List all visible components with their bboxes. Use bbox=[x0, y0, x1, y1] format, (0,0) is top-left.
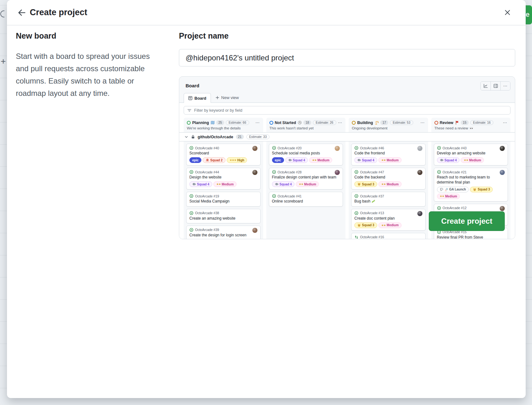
tab-board-label: Board bbox=[194, 96, 206, 101]
board-card[interactable]: OctoArcade #38Create an amazing website bbox=[186, 209, 261, 223]
issue-open-icon bbox=[189, 170, 193, 174]
template-info-panel: New board Start with a board to spread y… bbox=[16, 31, 162, 99]
milestone-icon bbox=[440, 188, 444, 191]
crane-emoji bbox=[375, 121, 379, 125]
board-card[interactable]: OctoArcade #13Create doc content planSqu… bbox=[351, 209, 426, 231]
card-ref: OctoArcade #13 bbox=[360, 211, 384, 215]
issue-open-icon bbox=[437, 206, 441, 210]
label-epic: epic bbox=[189, 157, 201, 163]
avatar bbox=[252, 228, 257, 233]
project-name-input[interactable] bbox=[179, 49, 515, 66]
group-header[interactable]: github/OctoArcade 21 Estimate: 33 bbox=[179, 132, 515, 141]
card-title: Social Media Campaign bbox=[189, 199, 257, 204]
eyes-emoji bbox=[469, 126, 473, 130]
avatar bbox=[335, 170, 340, 175]
cat-emoji bbox=[357, 223, 361, 227]
card-ref: OctoArcade #28 bbox=[278, 170, 302, 174]
issue-open-icon bbox=[354, 146, 358, 150]
card-ref: OctoArcade #46 bbox=[360, 146, 384, 150]
back-arrow-icon bbox=[18, 9, 26, 17]
stars-icon: ★★ bbox=[216, 183, 221, 186]
board-card[interactable]: OctoArcade #47Code the backendSquad 3★★M… bbox=[351, 168, 426, 190]
column-menu-icon[interactable]: ⋯ bbox=[503, 120, 507, 125]
plus-icon bbox=[215, 96, 219, 100]
board-card[interactable]: OctoArcade #40ScoreboardepicSquad 2★★★Hi… bbox=[186, 144, 261, 165]
avatar bbox=[335, 146, 340, 151]
issue-open-icon bbox=[189, 211, 193, 215]
column-name: Not Started bbox=[275, 121, 296, 125]
elephant-emoji bbox=[357, 158, 361, 162]
side-panel-icon bbox=[493, 84, 498, 88]
board-card[interactable]: OctoArcade #44Design the websiteSquad 4★… bbox=[186, 168, 261, 190]
column-subtitle: We're working through the details bbox=[187, 126, 260, 130]
issue-open-icon bbox=[354, 211, 358, 215]
label-epic: epic bbox=[272, 157, 284, 163]
column-header-not-started: Not Started18Estimate: 26⋯This work hasn… bbox=[266, 118, 346, 132]
project-board-icon bbox=[188, 96, 193, 100]
stars-icon: ★★ bbox=[464, 159, 468, 162]
label-high: ★★★High bbox=[227, 157, 247, 163]
card-title: Develop an amazing website bbox=[437, 151, 505, 156]
label-medium: ★★Medium bbox=[213, 181, 237, 187]
board-card[interactable]: OctoArcade #39Create the design for logi… bbox=[186, 226, 261, 239]
create-project-button[interactable]: Create project bbox=[429, 211, 505, 231]
column-menu-icon[interactable]: ⋯ bbox=[256, 120, 260, 125]
label-squad-4: Squad 4 bbox=[437, 157, 460, 163]
elephant-emoji bbox=[440, 158, 444, 162]
column-menu-icon[interactable]: ⋯ bbox=[338, 120, 342, 125]
issue-open-icon bbox=[354, 170, 358, 174]
back-button[interactable] bbox=[18, 9, 26, 17]
issue-open-icon bbox=[354, 194, 358, 198]
stars-icon: ★★ bbox=[299, 183, 303, 186]
label-medium: ★★Medium bbox=[461, 157, 484, 163]
chevron-down-icon bbox=[184, 135, 188, 139]
avatar bbox=[500, 146, 505, 151]
card-title: Create the design for login screen bbox=[189, 233, 257, 238]
column-count: 15 bbox=[461, 120, 469, 125]
clock-emoji bbox=[298, 121, 302, 125]
close-button[interactable] bbox=[504, 9, 511, 16]
insights-button[interactable] bbox=[481, 82, 491, 90]
label-squad-4: Squad 4 bbox=[354, 157, 377, 163]
board-card[interactable]: OctoArcade #28Finalize design content pl… bbox=[269, 168, 343, 190]
column-name: Building bbox=[357, 121, 373, 125]
elephant-emoji bbox=[275, 182, 279, 186]
avatar bbox=[500, 206, 505, 211]
column-count: 17 bbox=[380, 120, 388, 125]
card-ref: OctoArcade #39 bbox=[195, 228, 219, 232]
card-title: Create doc content plan bbox=[354, 216, 422, 221]
background-plus-icon: + bbox=[1, 56, 6, 66]
new-board-description: Start with a board to spread your issues… bbox=[16, 50, 160, 99]
board-card[interactable]: OctoArcade #46Code the frontendSquad 4★★… bbox=[351, 144, 426, 165]
board-card[interactable]: OctoArcade #21Reach out to marketing tea… bbox=[434, 168, 508, 201]
label-squad-2: Squad 2 bbox=[203, 157, 225, 163]
avatar bbox=[417, 146, 422, 151]
card-ref: OctoArcade #44 bbox=[195, 170, 219, 174]
card-ref: OctoArcade #16 bbox=[360, 235, 384, 239]
dialog-header: Create project bbox=[7, 0, 526, 25]
stars-icon: ★★★ bbox=[230, 159, 236, 162]
board-column-headers: Planning25Estimate: 66⋯We're working thr… bbox=[184, 118, 510, 132]
project-name-label: Project name bbox=[179, 31, 515, 40]
label-squad-4: Squad 4 bbox=[272, 181, 295, 187]
board-card[interactable]: OctoArcade #43Develop an amazing website… bbox=[434, 144, 508, 165]
board-card[interactable]: OctoArcade #41Online scoreboard bbox=[269, 192, 343, 206]
new-view-button[interactable]: New view bbox=[211, 93, 244, 103]
board-card[interactable]: OctoArcade #19Social Media Campaign bbox=[186, 192, 261, 206]
close-icon bbox=[504, 9, 511, 16]
card-title: Reach out to marketing team to determine… bbox=[437, 175, 505, 185]
board-card[interactable]: OctoArcade #16 bbox=[351, 233, 426, 239]
side-panel-button[interactable] bbox=[491, 82, 500, 90]
card-title: Online scoreboard bbox=[272, 199, 340, 204]
column-status-icon bbox=[352, 121, 356, 125]
filter-input[interactable]: Filter by keyword or by field bbox=[184, 106, 510, 115]
card-title: Schedule social media posts bbox=[272, 151, 340, 156]
preview-header: Board ⋯ bbox=[179, 77, 515, 93]
elephant-emoji bbox=[192, 182, 196, 186]
tab-board[interactable]: Board bbox=[184, 93, 211, 103]
group-count: 21 bbox=[236, 134, 244, 139]
column-menu-icon[interactable]: ⋯ bbox=[421, 120, 425, 125]
board-card[interactable]: OctoArcade #37Bug bash bbox=[351, 192, 426, 206]
preview-menu-button[interactable]: ⋯ bbox=[500, 82, 510, 90]
board-card[interactable]: OctoArcade #20Schedule social media post… bbox=[269, 144, 343, 165]
